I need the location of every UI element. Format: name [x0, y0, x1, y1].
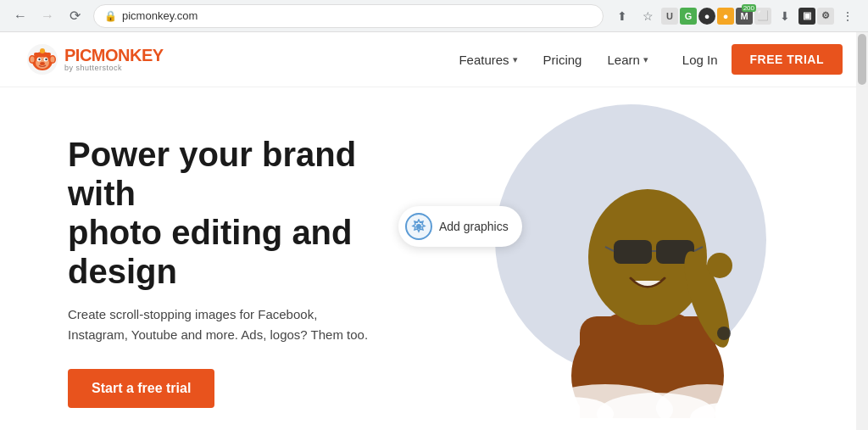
pricing-nav-link[interactable]: Pricing	[543, 53, 582, 67]
svg-point-35	[416, 224, 421, 229]
learn-label: Learn	[607, 53, 639, 67]
pricing-label: Pricing	[543, 53, 582, 67]
ext-screen[interactable]: ▣	[798, 8, 815, 25]
ext-orange[interactable]: ●	[717, 8, 734, 25]
badge-count: 200	[742, 4, 756, 12]
gear-icon	[411, 219, 426, 234]
ext-u[interactable]: U	[661, 8, 678, 25]
features-nav-link[interactable]: Features ▾	[459, 53, 517, 67]
reload-button[interactable]: ⟳	[63, 4, 86, 28]
back-button[interactable]: ←	[8, 4, 32, 28]
svg-point-4	[31, 57, 35, 63]
headline-line1: Power your brand with	[68, 136, 356, 212]
svg-point-10	[45, 59, 47, 60]
svg-point-13	[42, 63, 44, 64]
ext-puzzle[interactable]: ⬜	[754, 8, 771, 25]
ext-extra[interactable]: ⚙	[817, 8, 834, 25]
learn-chevron: ▾	[643, 54, 648, 65]
url-text: picmonkey.com	[122, 9, 198, 22]
scrollbar[interactable]	[856, 32, 868, 430]
svg-point-9	[38, 59, 40, 60]
brand-sub: by shutterstock	[64, 64, 164, 72]
svg-point-5	[51, 57, 55, 63]
nav-actions: Log In FREE TRIAL	[682, 44, 843, 75]
download-button[interactable]: ⬇	[773, 4, 797, 28]
person-image	[520, 96, 775, 418]
browser-actions: ⬆ ☆ U G ● ● M 200 ⬜ ⬇ ▣ ⚙ ⋮	[610, 4, 860, 28]
share-button[interactable]: ⬆	[610, 4, 634, 28]
svg-point-16	[40, 48, 45, 53]
hero-subtext: Create scroll-stopping images for Facebo…	[68, 304, 373, 345]
bookmark-button[interactable]: ☆	[636, 4, 659, 28]
ext-profile[interactable]: ●	[698, 8, 715, 25]
lock-icon: 🔒	[104, 10, 117, 22]
logo-icon	[25, 42, 59, 76]
free-trial-button[interactable]: FREE TRIAL	[732, 44, 843, 75]
svg-point-12	[41, 63, 42, 64]
hero-headline: Power your brand with photo editing and …	[68, 135, 424, 291]
features-chevron: ▾	[513, 54, 518, 65]
add-graphics-label: Add graphics	[439, 220, 509, 233]
svg-point-11	[40, 62, 45, 65]
svg-point-28	[707, 253, 732, 278]
brand-name: PICMONKEY	[64, 47, 164, 64]
menu-button[interactable]: ⋮	[836, 4, 860, 28]
hero-image-area: Add graphics	[424, 113, 817, 430]
ext-g[interactable]: G	[680, 8, 697, 25]
hero-section: Power your brand with photo editing and …	[0, 87, 868, 430]
learn-nav-link[interactable]: Learn ▾	[607, 53, 648, 67]
logo-text: PICMONKEY by shutterstock	[64, 47, 164, 72]
start-trial-button[interactable]: Start a free trial	[68, 369, 214, 408]
add-graphics-tooltip[interactable]: Add graphics	[398, 206, 522, 247]
login-button[interactable]: Log In	[682, 53, 718, 67]
logo-area[interactable]: PICMONKEY by shutterstock	[25, 42, 164, 76]
forward-button[interactable]: →	[36, 4, 59, 28]
ext-badge-area: M 200	[736, 8, 753, 25]
features-label: Features	[459, 53, 509, 67]
address-bar[interactable]: 🔒 picmonkey.com	[93, 4, 604, 28]
website-content: PICMONKEY by shutterstock Features ▾ Pri…	[0, 32, 868, 430]
hero-text: Power your brand with photo editing and …	[68, 135, 424, 408]
browser-chrome: ← → ⟳ 🔒 picmonkey.com ⬆ ☆ U G ● ● M 200 …	[0, 0, 868, 32]
svg-rect-22	[614, 240, 652, 264]
nav-buttons: ← → ⟳	[8, 4, 86, 28]
nav-links: Features ▾ Pricing Learn ▾	[459, 53, 648, 67]
headline-line2: photo editing and design	[68, 214, 353, 290]
navbar: PICMONKEY by shutterstock Features ▾ Pri…	[0, 32, 868, 87]
svg-point-29	[717, 327, 731, 340]
tooltip-icon	[405, 213, 432, 240]
